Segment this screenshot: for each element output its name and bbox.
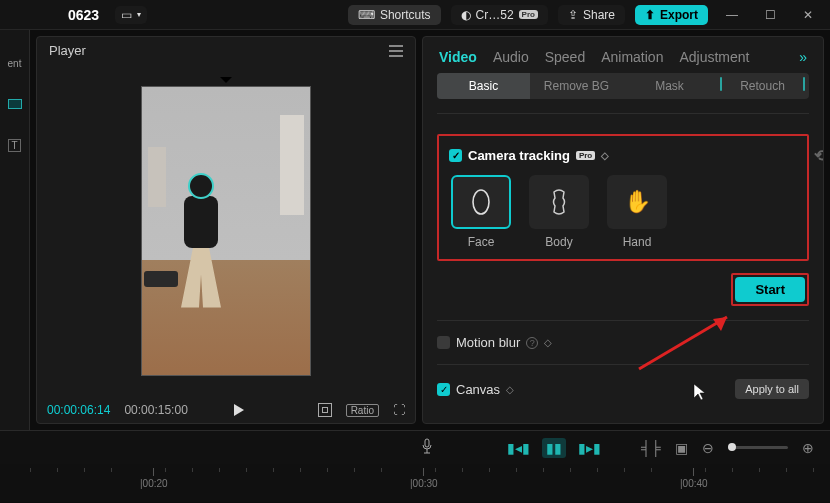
split-right-icon[interactable]: ▮▸▮ (578, 440, 601, 456)
canvas-checkbox[interactable]: ✓ (437, 383, 450, 396)
face-icon (470, 188, 492, 216)
crop-icon[interactable] (318, 403, 332, 417)
scene-building-2 (148, 147, 166, 207)
window-close-button[interactable]: ✕ (794, 8, 822, 22)
credits-label: Cr…52 (476, 8, 514, 22)
share-button[interactable]: ⇪ Share (558, 5, 625, 25)
zoom-in-icon[interactable]: ⊕ (802, 440, 814, 456)
svg-rect-3 (425, 439, 429, 447)
export-icon: ⬆ (645, 8, 655, 22)
canvas-title: Canvas (456, 382, 500, 397)
subtab-remove-bg[interactable]: Remove BG (530, 73, 623, 99)
start-button[interactable]: Start (735, 277, 805, 302)
credits-button[interactable]: ◐ Cr…52 Pro (451, 5, 548, 25)
keyboard-icon: ⌨ (358, 8, 375, 22)
window-minimize-button[interactable]: — (718, 8, 746, 22)
info-icon[interactable]: ? (526, 337, 538, 349)
chevron-down-icon: ▾ (137, 10, 141, 19)
project-title: 0623 (68, 7, 99, 23)
video-subtabs: Basic Remove BG Mask Retouch (437, 73, 809, 99)
share-label: Share (583, 8, 615, 22)
mode-body-label: Body (545, 235, 572, 249)
mode-hand-button[interactable]: ✋ (607, 175, 667, 229)
player-panel: Player 00:00:06:14 00:00:15:00 Rati (36, 36, 416, 424)
player-canvas[interactable] (37, 64, 415, 397)
player-controls: 00:00:06:14 00:00:15:00 Ratio ⛶ (37, 397, 415, 423)
zoom-slider[interactable] (728, 446, 788, 449)
zoom-out-icon[interactable]: ⊖ (702, 440, 714, 456)
svg-point-0 (473, 190, 489, 214)
shortcuts-button[interactable]: ⌨ Shortcuts (348, 5, 441, 25)
pro-badge: Pro (576, 151, 595, 160)
mode-face-button[interactable] (451, 175, 511, 229)
body-icon (548, 188, 570, 216)
export-label: Export (660, 8, 698, 22)
mode-face-label: Face (468, 235, 495, 249)
scene-person (188, 173, 221, 308)
pro-badge: Pro (519, 10, 538, 19)
tick-label: |00:20 (140, 478, 168, 489)
divider (437, 113, 809, 114)
camera-tracking-checkbox[interactable]: ✓ (449, 149, 462, 162)
tabs-overflow-icon[interactable]: » (799, 49, 807, 65)
split-left-icon[interactable]: ▮◂▮ (507, 440, 530, 456)
play-button[interactable] (234, 404, 244, 416)
tab-animation[interactable]: Animation (601, 49, 663, 65)
start-wrap: Start (437, 273, 809, 306)
motion-blur-row: Motion blur ? ◇ (437, 335, 809, 350)
mic-icon[interactable] (420, 438, 434, 457)
subtab-retouch[interactable]: Retouch (716, 73, 809, 99)
diamond-icon[interactable]: ◇ (544, 337, 552, 348)
diamond-icon[interactable]: ◇ (506, 384, 514, 395)
tab-audio[interactable]: Audio (493, 49, 529, 65)
share-icon: ⇪ (568, 8, 578, 22)
diamond-icon[interactable]: ◇ (601, 150, 609, 161)
media-thumb[interactable] (8, 99, 22, 109)
title-bar: 0623 ▭ ▾ ⌨ Shortcuts ◐ Cr…52 Pro ⇪ Share… (0, 0, 830, 30)
properties-scroll[interactable]: ✓ Camera tracking Pro ◇ ⟲ Face (423, 99, 823, 423)
coin-icon: ◐ (461, 8, 471, 22)
subtab-mask[interactable]: Mask (623, 73, 716, 99)
hand-icon: ✋ (624, 189, 651, 215)
canvas-row: ✓ Canvas ◇ Apply to all (437, 379, 809, 399)
motion-blur-checkbox[interactable] (437, 336, 450, 349)
media-panel-snippet: ent (8, 58, 22, 69)
divider (437, 364, 809, 365)
scene-car (144, 271, 178, 287)
player-title: Player (49, 43, 86, 58)
media-panel-edge: ent T (0, 30, 30, 430)
start-highlight: Start (731, 273, 809, 306)
camera-tracking-section: ✓ Camera tracking Pro ◇ ⟲ Face (437, 134, 809, 261)
ratio-button[interactable]: Ratio (346, 404, 379, 417)
mode-body-button[interactable] (529, 175, 589, 229)
subtab-basic[interactable]: Basic (437, 73, 530, 99)
scene-building (280, 115, 304, 215)
tracking-modes: Face Body ✋ Hand (449, 175, 797, 249)
timeline-ruler[interactable]: |00:20 |00:30 |00:40 (0, 464, 830, 502)
split-icon[interactable]: ▮▮ (542, 438, 566, 458)
mode-hand-label: Hand (623, 235, 652, 249)
tick-label: |00:40 (680, 478, 708, 489)
camera-tracking-title: Camera tracking (468, 148, 570, 163)
reset-icon[interactable]: ⟲ (814, 146, 823, 165)
timecode-total: 00:00:15:00 (124, 403, 187, 417)
player-menu-icon[interactable] (389, 45, 403, 57)
bottom-toolbar: ▮◂▮ ▮▮ ▮▸▮ ╡╞ ▣ ⊖ ⊕ (0, 430, 830, 464)
align-icon[interactable]: ╡╞ (641, 440, 661, 456)
layers-icon[interactable]: ▣ (675, 440, 688, 456)
face-detect-box (188, 173, 214, 199)
timecode-current[interactable]: 00:00:06:14 (47, 403, 110, 417)
export-button[interactable]: ⬆ Export (635, 5, 708, 25)
motion-blur-title: Motion blur (456, 335, 520, 350)
aspect-dropdown[interactable]: ▭ ▾ (115, 6, 147, 24)
tab-adjustment[interactable]: Adjustment (679, 49, 749, 65)
divider (437, 320, 809, 321)
tab-video[interactable]: Video (439, 49, 477, 65)
fullscreen-icon[interactable]: ⛶ (393, 403, 405, 417)
window-maximize-button[interactable]: ☐ (756, 8, 784, 22)
properties-panel: Video Audio Speed Animation Adjustment »… (422, 36, 824, 424)
text-tool-icon[interactable]: T (8, 139, 20, 152)
property-tabs: Video Audio Speed Animation Adjustment » (423, 37, 823, 73)
apply-to-all-button[interactable]: Apply to all (735, 379, 809, 399)
tab-speed[interactable]: Speed (545, 49, 585, 65)
